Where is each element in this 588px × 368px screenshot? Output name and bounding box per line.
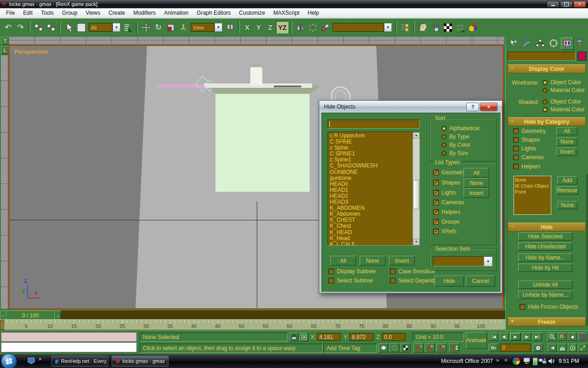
radio-icon[interactable]: [543, 80, 548, 85]
display-subtree-checkbox[interactable]: Display Subtree: [328, 268, 376, 275]
tray-battery-icon[interactable]: [533, 358, 537, 365]
category-combo-list[interactable]: Bone IK Chain Object Point: [514, 176, 551, 215]
use-pivot-center-icon[interactable]: [224, 21, 236, 34]
category-none-button[interactable]: None: [556, 138, 577, 146]
sort-by-type-radio[interactable]: By Type: [441, 133, 469, 140]
object-list-item[interactable]: K_L CALF: [330, 242, 412, 246]
select-and-link-icon[interactable]: [32, 21, 45, 34]
selection-filter-dropdown[interactable]: All ▼: [89, 23, 120, 32]
taskbar-item-gmax[interactable]: Ψ locke.gmax - gmax ...: [112, 356, 169, 367]
selection-lock-toggle[interactable]: [289, 333, 298, 341]
animate-button[interactable]: Animate: [466, 332, 487, 349]
type-cameras-checkbox[interactable]: Cameras: [433, 199, 464, 206]
collapse-icon[interactable]: -: [509, 224, 515, 230]
sort-by-size-radio[interactable]: By Size: [441, 150, 468, 156]
menu-customize[interactable]: Customize: [235, 8, 269, 18]
scrollbar-thumb[interactable]: [413, 180, 419, 209]
radio-icon[interactable]: [543, 99, 548, 104]
material-editor-icon[interactable]: [441, 21, 454, 34]
type-lights-checkbox[interactable]: Lights: [433, 190, 456, 196]
close-button[interactable]: ×: [573, 1, 586, 8]
radio-icon[interactable]: [441, 126, 447, 131]
hide-by-category-rollout[interactable]: - Hide by Category: [508, 117, 586, 126]
checkbox-icon[interactable]: [513, 164, 519, 169]
wireframe-material-color-radio[interactable]: Material Color: [543, 87, 585, 93]
case-sensitive-checkbox[interactable]: Case Sensitive: [390, 268, 435, 275]
minimize-button[interactable]: [547, 1, 560, 8]
combo-remove-button[interactable]: Remove: [556, 186, 578, 195]
object-list-item[interactable]: C_SHADOWMESH: [330, 163, 412, 169]
select-subtree-checkbox[interactable]: Select Subtree: [328, 277, 373, 284]
tab-utilities[interactable]: [574, 37, 586, 49]
z-coord-field[interactable]: 0.0: [382, 333, 406, 341]
select-none-button[interactable]: None: [360, 256, 385, 265]
tab-motion[interactable]: [548, 37, 560, 49]
checkbox-icon[interactable]: [390, 278, 396, 283]
checkbox-icon[interactable]: [513, 155, 519, 160]
add-time-tag[interactable]: Add Time Tag: [323, 344, 377, 353]
absolute-offset-toggle[interactable]: [300, 333, 308, 341]
type-shapes-checkbox[interactable]: Shapes: [433, 179, 460, 186]
hide-by-hit-button[interactable]: Hide by Hit: [518, 264, 572, 272]
sort-by-color-radio[interactable]: By Color: [441, 142, 470, 148]
panel-scrollbar[interactable]: [586, 174, 588, 326]
selection-sets-dropdown[interactable]: ▼: [433, 256, 492, 266]
tray-expand-icon[interactable]: <: [504, 357, 508, 363]
object-list-item[interactable]: HEAD0: [330, 181, 412, 187]
select-object-icon[interactable]: [62, 21, 75, 34]
checkbox-icon[interactable]: [513, 137, 519, 143]
left-viewport-sliver[interactable]: [1, 55, 8, 309]
radio-icon[interactable]: [441, 143, 447, 148]
object-list-item[interactable]: GUNBONE: [330, 169, 412, 175]
menu-help[interactable]: Help: [304, 8, 323, 18]
radio-icon[interactable]: [543, 107, 548, 112]
title-bar[interactable]: Ψ locke.gmax - gmax - [RenX game pack] ×: [0, 0, 588, 8]
category-geometry-checkbox[interactable]: Geometry: [513, 128, 546, 134]
time-slider-prev-button[interactable]: ‹: [0, 310, 6, 320]
category-invert-button[interactable]: Invert: [556, 148, 577, 156]
type-xrefs-checkbox[interactable]: XRefs: [433, 228, 457, 235]
unhide-all-button[interactable]: Unhide All: [518, 281, 572, 289]
collapse-icon[interactable]: -: [509, 66, 515, 71]
menu-group[interactable]: Group: [58, 8, 81, 18]
align-icon[interactable]: [319, 21, 331, 34]
category-all-button[interactable]: All: [556, 127, 577, 135]
start-button[interactable]: [1, 353, 17, 368]
select-and-scale-icon[interactable]: [164, 21, 177, 34]
named-selection-sets-dropdown[interactable]: ▼: [333, 23, 392, 32]
top-viewport-tab[interactable]: T: [1, 37, 9, 45]
angle-snap-toggle[interactable]: [425, 343, 435, 352]
menu-animation[interactable]: Animation: [160, 8, 192, 18]
menu-edit[interactable]: Edit: [19, 8, 37, 18]
menu-graph-editors[interactable]: Graph Editors: [192, 8, 235, 18]
category-cameras-checkbox[interactable]: Cameras: [513, 154, 544, 161]
types-invert-button[interactable]: Invert: [464, 188, 489, 198]
left-viewport-tab[interactable]: L: [1, 46, 9, 54]
object-search-field[interactable]: [328, 120, 420, 129]
top-viewport-sliver[interactable]: [9, 37, 504, 44]
quick-launch-chevron[interactable]: »: [39, 356, 42, 362]
maxscript-listener-white[interactable]: [1, 342, 137, 352]
time-slider-frame-button[interactable]: 0 / 100: [6, 310, 55, 320]
hide-frozen-objects-checkbox[interactable]: Hide Frozen Objects: [520, 304, 578, 310]
sort-alphabetical-radio[interactable]: Alphabetical: [441, 125, 479, 132]
render-id-icon[interactable]: ID: [454, 21, 466, 34]
expand-icon[interactable]: +: [509, 319, 515, 324]
menu-views[interactable]: Views: [81, 8, 104, 18]
list-item[interactable]: IK Chain Object: [515, 183, 550, 189]
tray-volume-icon[interactable]: [548, 357, 555, 365]
object-list-item[interactable]: gunbone: [330, 175, 412, 181]
edit-named-selections-icon[interactable]: [399, 21, 411, 34]
tray-app-icon[interactable]: [513, 357, 520, 365]
spinner-snap-toggle[interactable]: [449, 343, 459, 352]
object-list-item[interactable]: HEAD1: [330, 187, 412, 193]
type-geometry-checkbox[interactable]: Geometry: [433, 169, 466, 176]
combo-add-button[interactable]: Add: [557, 176, 577, 184]
object-name-field[interactable]: [508, 52, 576, 61]
dropdown-arrow-icon[interactable]: ▼: [113, 23, 120, 32]
mirror-icon[interactable]: [294, 21, 306, 34]
model-box[interactable]: [215, 94, 310, 192]
select-all-button[interactable]: All: [330, 256, 356, 265]
restrict-y-button[interactable]: Y: [253, 22, 265, 33]
model-head[interactable]: [250, 67, 262, 85]
